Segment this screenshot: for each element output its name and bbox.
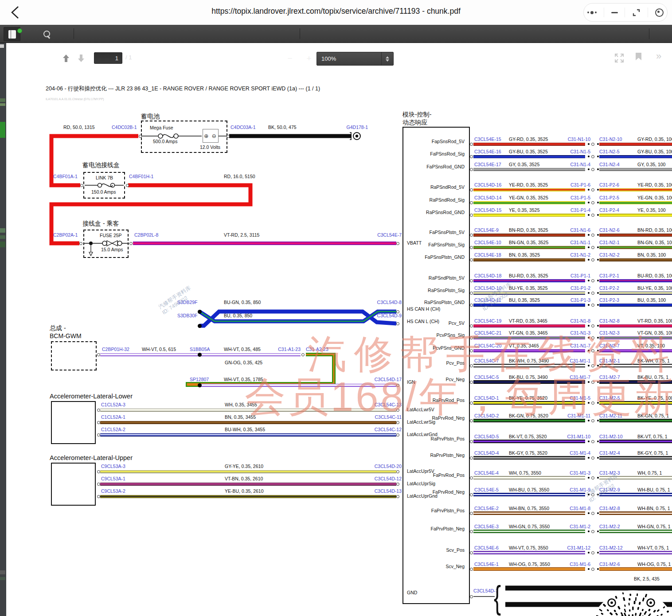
zoom-spinner-icon (381, 52, 393, 65)
zoom-level-value: 100% (317, 55, 381, 62)
search-icon[interactable] (41, 28, 52, 39)
left-edge-fragment (0, 103, 5, 106)
left-edge-fragment (0, 577, 5, 580)
browser-bar: https://topix.landrover.jlrext.com/topix… (0, 0, 672, 25)
left-edge-fragment (0, 98, 5, 102)
sidebar-toggle-button[interactable] (4, 27, 20, 41)
pdf-page (6, 43, 672, 616)
left-edge-fragment (0, 235, 5, 239)
fullscreen-icon[interactable] (614, 53, 624, 63)
left-edge-fragment (0, 44, 4, 48)
url-text: https://topix.landrover.jlrext.com/topix… (0, 7, 672, 16)
left-edge-fragment (0, 228, 5, 233)
zoom-in-button[interactable]: + (301, 52, 316, 65)
page-total: / 1 (125, 54, 132, 61)
more-tools-icon[interactable]: » (656, 51, 661, 62)
zoom-level-select[interactable]: 100% (316, 52, 394, 66)
left-edge-fragment (0, 122, 5, 138)
left-edge-fragment (0, 242, 5, 247)
pdf-toolbar: 1 / 1 − + 100% » (0, 25, 672, 43)
page-number-input[interactable]: 1 (94, 52, 122, 64)
sidebar-icon (8, 30, 16, 39)
page-down-icon[interactable] (77, 53, 85, 64)
more-menu-icon[interactable] (587, 11, 597, 14)
left-edge-fragment (0, 570, 5, 574)
restore-icon[interactable] (632, 8, 641, 17)
page-up-icon[interactable] (62, 53, 70, 64)
pdf-viewer-window: https://topix.landrover.jlrext.com/topix… (0, 0, 672, 616)
minimize-icon[interactable] (611, 12, 618, 13)
window-control-capsule (583, 3, 668, 22)
zoom-out-button[interactable]: − (282, 52, 297, 65)
close-record-icon[interactable] (655, 8, 664, 17)
notification-dot (17, 28, 22, 33)
